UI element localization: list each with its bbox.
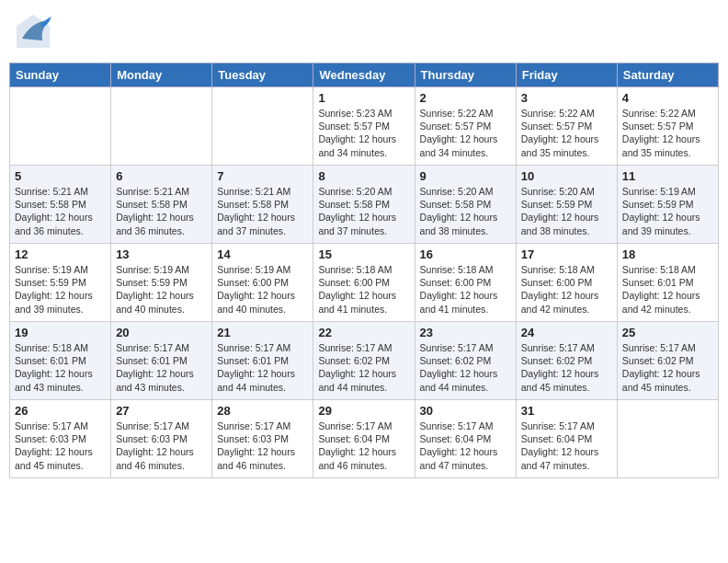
day-info: Sunrise: 5:19 AM Sunset: 5:59 PM Dayligh… — [622, 185, 713, 237]
day-info: Sunrise: 5:19 AM Sunset: 5:59 PM Dayligh… — [15, 263, 106, 316]
day-number: 7 — [217, 169, 308, 183]
week-row-1: 1Sunrise: 5:23 AM Sunset: 5:57 PM Daylig… — [10, 87, 719, 166]
day-number: 3 — [521, 91, 612, 105]
day-info: Sunrise: 5:17 AM Sunset: 6:02 PM Dayligh… — [420, 341, 511, 394]
day-cell: 7Sunrise: 5:21 AM Sunset: 5:58 PM Daylig… — [212, 166, 313, 244]
day-cell: 3Sunrise: 5:22 AM Sunset: 5:57 PM Daylig… — [516, 87, 617, 166]
day-info: Sunrise: 5:20 AM Sunset: 5:58 PM Dayligh… — [420, 185, 511, 237]
day-cell: 9Sunrise: 5:20 AM Sunset: 5:58 PM Daylig… — [415, 166, 516, 244]
day-number: 12 — [15, 247, 106, 261]
day-number: 30 — [420, 404, 511, 418]
day-number: 22 — [318, 326, 409, 339]
day-info: Sunrise: 5:18 AM Sunset: 6:00 PM Dayligh… — [318, 263, 409, 316]
day-number: 2 — [420, 91, 511, 105]
day-cell: 23Sunrise: 5:17 AM Sunset: 6:02 PM Dayli… — [415, 322, 516, 400]
day-cell: 14Sunrise: 5:19 AM Sunset: 6:00 PM Dayli… — [212, 244, 313, 322]
col-header-thursday: Thursday — [415, 63, 516, 87]
day-number: 11 — [622, 169, 713, 183]
day-number: 31 — [521, 404, 612, 418]
day-cell: 30Sunrise: 5:17 AM Sunset: 6:04 PM Dayli… — [415, 400, 516, 478]
day-cell — [212, 87, 313, 166]
day-cell: 11Sunrise: 5:19 AM Sunset: 5:59 PM Dayli… — [617, 166, 718, 244]
day-number: 23 — [420, 326, 511, 339]
day-info: Sunrise: 5:18 AM Sunset: 6:00 PM Dayligh… — [521, 263, 612, 316]
day-number: 24 — [521, 326, 612, 339]
day-info: Sunrise: 5:17 AM Sunset: 6:03 PM Dayligh… — [15, 419, 106, 472]
day-info: Sunrise: 5:17 AM Sunset: 6:02 PM Dayligh… — [521, 341, 612, 394]
day-cell — [10, 87, 111, 166]
day-cell: 20Sunrise: 5:17 AM Sunset: 6:01 PM Dayli… — [111, 322, 212, 400]
day-info: Sunrise: 5:17 AM Sunset: 6:02 PM Dayligh… — [622, 341, 713, 394]
day-number: 8 — [318, 169, 409, 183]
day-cell: 6Sunrise: 5:21 AM Sunset: 5:58 PM Daylig… — [111, 166, 212, 244]
week-row-5: 26Sunrise: 5:17 AM Sunset: 6:03 PM Dayli… — [10, 400, 719, 478]
day-number: 14 — [217, 247, 308, 261]
week-row-4: 19Sunrise: 5:18 AM Sunset: 6:01 PM Dayli… — [10, 322, 719, 400]
header — [9, 9, 719, 57]
day-number: 13 — [116, 247, 207, 261]
day-cell: 8Sunrise: 5:20 AM Sunset: 5:58 PM Daylig… — [313, 166, 415, 244]
day-number: 25 — [622, 326, 713, 339]
day-info: Sunrise: 5:20 AM Sunset: 5:59 PM Dayligh… — [521, 185, 612, 237]
col-header-sunday: Sunday — [10, 63, 111, 87]
day-number: 19 — [15, 326, 106, 339]
week-row-3: 12Sunrise: 5:19 AM Sunset: 5:59 PM Dayli… — [10, 244, 719, 322]
day-number: 27 — [116, 404, 207, 418]
day-number: 5 — [15, 169, 106, 183]
day-cell: 15Sunrise: 5:18 AM Sunset: 6:00 PM Dayli… — [313, 244, 415, 322]
day-cell: 24Sunrise: 5:17 AM Sunset: 6:02 PM Dayli… — [516, 322, 617, 400]
day-number: 20 — [116, 326, 207, 339]
day-cell: 2Sunrise: 5:22 AM Sunset: 5:57 PM Daylig… — [415, 87, 516, 166]
day-info: Sunrise: 5:21 AM Sunset: 5:58 PM Dayligh… — [116, 185, 207, 237]
day-info: Sunrise: 5:18 AM Sunset: 6:01 PM Dayligh… — [622, 263, 713, 316]
day-info: Sunrise: 5:23 AM Sunset: 5:57 PM Dayligh… — [318, 107, 409, 159]
day-info: Sunrise: 5:17 AM Sunset: 6:02 PM Dayligh… — [318, 341, 409, 394]
day-info: Sunrise: 5:20 AM Sunset: 5:58 PM Dayligh… — [318, 185, 409, 237]
day-cell: 18Sunrise: 5:18 AM Sunset: 6:01 PM Dayli… — [617, 244, 718, 322]
calendar: SundayMondayTuesdayWednesdayThursdayFrid… — [9, 63, 719, 478]
day-number: 26 — [15, 404, 106, 418]
day-info: Sunrise: 5:19 AM Sunset: 6:00 PM Dayligh… — [217, 263, 308, 316]
day-info: Sunrise: 5:18 AM Sunset: 6:00 PM Dayligh… — [420, 263, 511, 316]
day-cell: 16Sunrise: 5:18 AM Sunset: 6:00 PM Dayli… — [415, 244, 516, 322]
logo-icon — [15, 13, 51, 53]
col-header-tuesday: Tuesday — [212, 63, 313, 87]
day-info: Sunrise: 5:17 AM Sunset: 6:03 PM Dayligh… — [116, 419, 207, 472]
logo — [15, 13, 55, 53]
day-info: Sunrise: 5:17 AM Sunset: 6:03 PM Dayligh… — [217, 419, 308, 472]
col-header-wednesday: Wednesday — [313, 63, 415, 87]
day-info: Sunrise: 5:17 AM Sunset: 6:04 PM Dayligh… — [521, 419, 612, 472]
day-cell: 10Sunrise: 5:20 AM Sunset: 5:59 PM Dayli… — [516, 166, 617, 244]
day-number: 18 — [622, 247, 713, 261]
col-header-friday: Friday — [516, 63, 617, 87]
day-info: Sunrise: 5:17 AM Sunset: 6:01 PM Dayligh… — [116, 341, 207, 394]
day-number: 4 — [622, 91, 713, 105]
day-number: 16 — [420, 247, 511, 261]
day-cell: 1Sunrise: 5:23 AM Sunset: 5:57 PM Daylig… — [313, 87, 415, 166]
day-info: Sunrise: 5:17 AM Sunset: 6:04 PM Dayligh… — [420, 419, 511, 472]
day-info: Sunrise: 5:17 AM Sunset: 6:04 PM Dayligh… — [318, 419, 409, 472]
day-number: 9 — [420, 169, 511, 183]
day-cell: 28Sunrise: 5:17 AM Sunset: 6:03 PM Dayli… — [212, 400, 313, 478]
day-number: 28 — [217, 404, 308, 418]
col-header-saturday: Saturday — [617, 63, 718, 87]
day-cell: 17Sunrise: 5:18 AM Sunset: 6:00 PM Dayli… — [516, 244, 617, 322]
day-info: Sunrise: 5:19 AM Sunset: 5:59 PM Dayligh… — [116, 263, 207, 316]
day-info: Sunrise: 5:18 AM Sunset: 6:01 PM Dayligh… — [15, 341, 106, 394]
day-cell: 13Sunrise: 5:19 AM Sunset: 5:59 PM Dayli… — [111, 244, 212, 322]
day-info: Sunrise: 5:21 AM Sunset: 5:58 PM Dayligh… — [15, 185, 106, 237]
day-number: 6 — [116, 169, 207, 183]
day-info: Sunrise: 5:17 AM Sunset: 6:01 PM Dayligh… — [217, 341, 308, 394]
day-cell: 25Sunrise: 5:17 AM Sunset: 6:02 PM Dayli… — [617, 322, 718, 400]
day-cell: 21Sunrise: 5:17 AM Sunset: 6:01 PM Dayli… — [212, 322, 313, 400]
day-cell — [617, 400, 718, 478]
day-cell: 12Sunrise: 5:19 AM Sunset: 5:59 PM Dayli… — [10, 244, 111, 322]
day-cell: 22Sunrise: 5:17 AM Sunset: 6:02 PM Dayli… — [313, 322, 415, 400]
calendar-header-row: SundayMondayTuesdayWednesdayThursdayFrid… — [10, 63, 719, 87]
day-info: Sunrise: 5:22 AM Sunset: 5:57 PM Dayligh… — [521, 107, 612, 159]
day-number: 17 — [521, 247, 612, 261]
day-number: 10 — [521, 169, 612, 183]
day-info: Sunrise: 5:21 AM Sunset: 5:58 PM Dayligh… — [217, 185, 308, 237]
day-number: 29 — [318, 404, 409, 418]
day-cell — [111, 87, 212, 166]
